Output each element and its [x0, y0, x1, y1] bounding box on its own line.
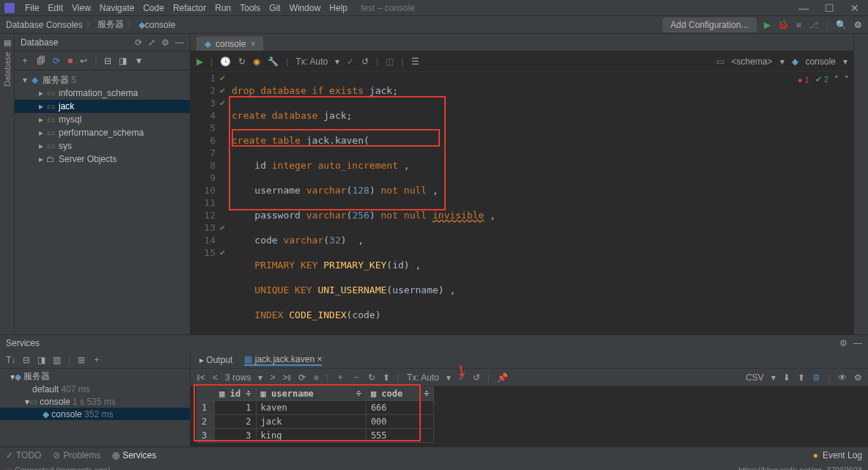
- menu-help[interactable]: Help: [325, 3, 352, 13]
- hide-icon[interactable]: —: [175, 37, 184, 48]
- result-tab[interactable]: ▦ jack.jack.kaven ×: [244, 354, 322, 366]
- table-row[interactable]: 11kaven666: [197, 401, 434, 415]
- add-configuration-button[interactable]: Add Configuration...: [663, 18, 757, 32]
- db-item-mysql[interactable]: mysql: [59, 114, 81, 125]
- dump-icon[interactable]: 🗎: [812, 372, 821, 383]
- menu-git[interactable]: Git: [265, 3, 284, 13]
- db-item-information-schema[interactable]: information_schema: [59, 88, 138, 98]
- commit-row-icon[interactable]: ⬆: [383, 372, 390, 383]
- menu-tools[interactable]: Tools: [235, 3, 265, 13]
- table-row[interactable]: 22jack000: [197, 415, 434, 429]
- tab-todo[interactable]: ✓ TODO: [6, 450, 41, 460]
- commit2-icon[interactable]: ✓: [458, 372, 466, 383]
- db-root[interactable]: 服务器: [43, 74, 69, 87]
- add-row-icon[interactable]: ＋: [336, 371, 345, 383]
- settings-query-icon[interactable]: ☰: [411, 56, 419, 67]
- duplicate-icon[interactable]: 🗐: [37, 56, 45, 66]
- stop-icon[interactable]: ■: [67, 56, 73, 66]
- execute-icon[interactable]: ▶: [196, 56, 203, 67]
- settings-icon[interactable]: ⚙: [854, 20, 862, 30]
- revert-tx-icon[interactable]: ↺: [361, 56, 369, 67]
- maximize-icon[interactable]: ☐: [825, 2, 834, 14]
- pin-icon[interactable]: 📌: [497, 372, 508, 383]
- revert-icon[interactable]: ↩: [80, 56, 87, 66]
- collapse-all-icon[interactable]: ⊟: [104, 56, 111, 66]
- isolation-icon[interactable]: ◫: [386, 56, 394, 67]
- tab-services[interactable]: ◎ Services: [112, 450, 156, 460]
- wrench-icon[interactable]: 🔧: [268, 56, 279, 67]
- menu-navigate[interactable]: Navigate: [95, 3, 139, 13]
- menu-window[interactable]: Window: [285, 3, 326, 13]
- sync-icon[interactable]: ⟳: [135, 37, 142, 48]
- next-page-icon[interactable]: >: [270, 372, 275, 383]
- output-tab[interactable]: ▸ Output: [199, 355, 232, 365]
- filter-text-icon[interactable]: T↓: [6, 355, 15, 365]
- run-icon[interactable]: ▶: [764, 20, 770, 30]
- close-tab-icon[interactable]: ×: [250, 39, 255, 49]
- database-tree[interactable]: ▾◆服务器 5 ▸▭information_schema ▸▭jack ▸▭my…: [15, 70, 190, 169]
- tab-event-log[interactable]: Event Log: [823, 450, 862, 460]
- add-icon[interactable]: ＋: [21, 54, 29, 67]
- remove-row-icon[interactable]: －: [352, 371, 361, 383]
- prev-page-icon[interactable]: <: [213, 372, 218, 383]
- view-icon[interactable]: ◨: [119, 56, 127, 66]
- table-settings-icon[interactable]: ⚙: [854, 372, 862, 383]
- debug-icon[interactable]: 🐞: [778, 20, 789, 30]
- upload-icon[interactable]: ⬆: [798, 372, 805, 383]
- menu-run[interactable]: Run: [210, 3, 235, 13]
- gear-icon[interactable]: ⚙: [839, 338, 847, 348]
- editor-tab-console[interactable]: ◆ console ×: [196, 37, 263, 51]
- explain-icon[interactable]: ◉: [253, 56, 260, 67]
- schema-select[interactable]: <schema>: [732, 56, 773, 67]
- services-tree[interactable]: T↓ ⊟ ◨ ▥ | ⊞ ＋ ▾◆ 服务器 default 407 ms ▾▭ …: [0, 351, 191, 447]
- tree-view-icon[interactable]: ◨: [37, 355, 45, 365]
- add-svc-icon[interactable]: ＋: [92, 353, 101, 366]
- close-icon[interactable]: ✕: [850, 2, 859, 14]
- last-page-icon[interactable]: >⦀: [282, 372, 291, 383]
- rollback-icon[interactable]: ↻: [238, 56, 246, 67]
- col-username[interactable]: ▦ username ÷: [256, 387, 366, 401]
- first-page-icon[interactable]: ⦀<: [196, 372, 205, 383]
- csv-export[interactable]: CSV: [746, 372, 764, 383]
- expand-all-icon[interactable]: ⊞: [78, 355, 85, 365]
- reload-icon[interactable]: ⟳: [298, 372, 306, 383]
- menu-refactor[interactable]: Refactor: [169, 3, 210, 13]
- menu-file[interactable]: File: [21, 3, 43, 13]
- menu-code[interactable]: Code: [139, 3, 169, 13]
- stop2-icon[interactable]: ■: [313, 372, 318, 383]
- stop-icon[interactable]: ■: [796, 20, 801, 30]
- filter-icon[interactable]: ▼: [134, 56, 143, 66]
- revert-row-icon[interactable]: ↻: [368, 372, 375, 383]
- search-icon[interactable]: 🔍: [836, 20, 847, 30]
- crumb-2[interactable]: console: [145, 20, 175, 30]
- tx-mode-2[interactable]: Tx: Auto: [407, 372, 439, 383]
- col-code[interactable]: ▦ code ÷: [366, 387, 433, 401]
- db-item-jack[interactable]: jack: [59, 101, 74, 111]
- table-row[interactable]: 33king555: [197, 429, 434, 443]
- rows-label[interactable]: 3 rows: [225, 372, 251, 383]
- services-console-item[interactable]: console: [51, 409, 81, 419]
- history-icon[interactable]: 🕓: [220, 56, 231, 67]
- rollback2-icon[interactable]: ↺: [473, 372, 480, 383]
- view-settings-icon[interactable]: 👁: [838, 372, 847, 383]
- tx-mode[interactable]: Tx: Auto: [295, 56, 328, 67]
- download-icon[interactable]: ⬇: [783, 372, 790, 383]
- gear-icon[interactable]: ⚙: [161, 37, 169, 48]
- database-tool-icon[interactable]: ▤: [4, 38, 11, 48]
- crumb-1[interactable]: 服务器: [98, 18, 124, 31]
- console-select[interactable]: console: [806, 56, 836, 67]
- col-id[interactable]: ▦ id ÷: [215, 387, 256, 401]
- git-branch-icon[interactable]: ⎇: [809, 20, 819, 30]
- tab-problems[interactable]: ⊘ Problems: [53, 450, 100, 460]
- minimize-icon[interactable]: —: [798, 2, 809, 14]
- commit-icon[interactable]: ✓: [347, 56, 354, 67]
- refresh-icon[interactable]: ⟳: [53, 56, 60, 66]
- db-item-server-objects[interactable]: Server Objects: [59, 154, 117, 164]
- db-item-performance-schema[interactable]: performance_schema: [59, 128, 144, 138]
- code-area[interactable]: ● 1 ✔ 2 ˄ ˅ 123456789101112131415 ✔✔✔✔✔ …: [191, 72, 853, 334]
- expand-icon[interactable]: ⤢: [148, 37, 155, 48]
- crumb-0[interactable]: Database Consoles: [6, 20, 83, 30]
- hide-icon[interactable]: —: [853, 338, 862, 348]
- database-tool-label[interactable]: Database: [3, 52, 12, 87]
- collapse-icon[interactable]: ⊟: [23, 355, 30, 365]
